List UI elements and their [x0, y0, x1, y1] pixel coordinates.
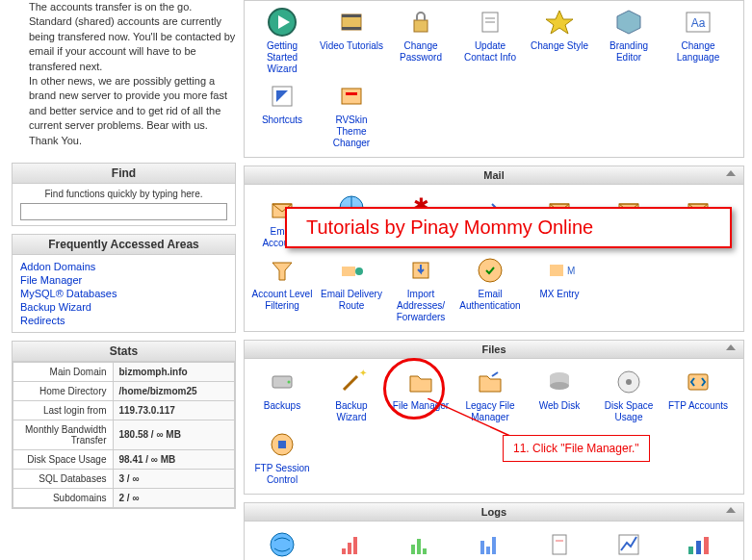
svg-text:Aa: Aa	[691, 16, 706, 30]
svg-rect-56	[492, 537, 496, 554]
svg-point-39	[550, 382, 569, 390]
mail-panel: Mail Email AccountsWebmail✱SpamAssassinF…	[244, 165, 744, 332]
shortcuts-label: Shortcuts	[250, 115, 314, 126]
faa-box: Frequently Accessed Areas Addon DomainsF…	[12, 234, 236, 333]
collapse-icon	[726, 170, 736, 176]
stats-key: Subdomains	[13, 488, 114, 507]
file-manager-label: File Manager	[389, 400, 453, 412]
svg-rect-44	[278, 441, 286, 448]
find-input[interactable]	[20, 203, 227, 220]
faa-header: Frequently Accessed Areas	[13, 235, 235, 255]
svg-rect-5	[414, 20, 428, 32]
stats-val: /home/bizmom25	[113, 381, 235, 400]
web-disk[interactable]: Web Disk	[526, 365, 593, 425]
svg-point-41	[626, 379, 632, 385]
change-style[interactable]: Change Style	[526, 5, 593, 77]
svg-rect-27	[342, 267, 355, 276]
svg-rect-31	[550, 265, 563, 276]
video-tutorials-label: Video Tutorials	[320, 40, 383, 52]
files-header[interactable]: Files	[245, 341, 743, 359]
svg-point-30	[479, 259, 502, 282]
stats-row: Last login from119.73.0.117	[13, 400, 235, 420]
file-manager[interactable]: File Manager	[387, 365, 454, 425]
shortcuts[interactable]: Shortcuts	[248, 79, 316, 151]
change-password-label: Change Password	[389, 40, 453, 64]
stats-row: Disk Space Usage98.41 / ∞ MB	[13, 449, 235, 469]
ftp-accounts-label: FTP Accounts	[666, 400, 730, 412]
ftp-accounts[interactable]: FTP Accounts	[664, 365, 732, 425]
collapse-icon	[726, 344, 736, 350]
email-authentication[interactable]: Email Authentication	[456, 253, 524, 325]
find-box: Find Find functions quickly by typing he…	[12, 163, 236, 226]
faa-link[interactable]: MySQL® Databases	[20, 287, 227, 300]
find-header: Find	[13, 164, 235, 184]
faa-link[interactable]: Addon Domains	[20, 260, 227, 273]
legacy-file-manager[interactable]: Legacy File Manager	[456, 365, 524, 425]
stats-key: SQL Databases	[13, 469, 114, 488]
ftp-session-control-label: FTP Session Control	[250, 463, 314, 486]
stats-row: SQL Databases3 / ∞	[13, 469, 235, 488]
stats-val: 180.58 / ∞ MB	[113, 420, 235, 449]
faa-link[interactable]: Backup Wizard	[20, 300, 227, 314]
svg-rect-50	[353, 537, 357, 554]
svg-marker-9	[546, 11, 573, 34]
ftp-session-control[interactable]: FTP Session Control	[248, 427, 316, 488]
account-level-filtering-label: Account Level Filtering	[250, 289, 314, 312]
log5[interactable]	[526, 527, 593, 560]
legacy-file-manager-label: Legacy File Manager	[458, 400, 522, 423]
web-disk-label: Web Disk	[528, 400, 591, 412]
stats-row: Home Directory/home/bizmom25	[13, 381, 235, 400]
faa-link[interactable]: File Manager	[20, 273, 227, 287]
log3[interactable]	[387, 527, 454, 560]
stats-val: 119.73.0.117	[113, 400, 235, 420]
svg-rect-62	[704, 537, 709, 554]
svg-point-34	[288, 381, 291, 384]
svg-rect-4	[342, 27, 361, 30]
getting-started-wizard[interactable]: Getting Started Wizard	[248, 5, 316, 77]
svg-rect-48	[342, 548, 346, 554]
backups-label: Backups	[250, 400, 314, 412]
update-contact-info[interactable]: Update Contact Info	[456, 5, 524, 77]
log4[interactable]	[456, 527, 524, 560]
email-authentication-label: Email Authentication	[458, 289, 522, 312]
svg-rect-3	[342, 14, 361, 17]
log1[interactable]	[248, 527, 316, 560]
log2[interactable]	[318, 527, 385, 560]
stats-val: 2 / ∞	[113, 488, 235, 507]
svg-marker-10	[617, 11, 640, 34]
change-password[interactable]: Change Password	[387, 5, 454, 77]
log6[interactable]	[595, 527, 662, 560]
log7[interactable]	[664, 527, 732, 560]
stats-val: 98.41 / ∞ MB	[113, 449, 235, 469]
email-delivery-route[interactable]: Email Delivery Route	[318, 253, 385, 325]
account-level-filtering[interactable]: Account Level Filtering	[248, 253, 316, 325]
rvskin-theme-changer-label: RVSkin Theme Changer	[320, 115, 383, 149]
svg-point-47	[271, 533, 294, 556]
faa-link[interactable]: Redirects	[20, 314, 227, 327]
video-tutorials[interactable]: Video Tutorials	[318, 5, 385, 77]
svg-rect-60	[688, 547, 693, 554]
stats-key: Main Domain	[13, 362, 114, 381]
disk-space-usage-label: Disk Space Usage	[597, 400, 661, 423]
files-panel: Files Backups✦Backup WizardFile ManagerL…	[244, 340, 744, 495]
rvskin-theme-changer[interactable]: RVSkin Theme Changer	[318, 79, 385, 151]
svg-rect-16	[346, 92, 357, 95]
svg-rect-54	[480, 541, 484, 554]
change-language[interactable]: AaChange Language	[664, 5, 732, 77]
import-addresses[interactable]: Import Addresses/ Forwarders	[387, 253, 454, 325]
change-language-label: Change Language	[666, 40, 730, 64]
stats-box: Stats Main Domainbizmomph.infoHome Direc…	[12, 341, 236, 509]
import-addresses-label: Import Addresses/ Forwarders	[389, 289, 453, 323]
svg-rect-51	[411, 545, 415, 554]
svg-rect-49	[348, 543, 351, 554]
update-contact-info-label: Update Contact Info	[458, 40, 522, 64]
logs-header[interactable]: Logs	[245, 503, 743, 522]
mail-header[interactable]: Mail	[245, 166, 743, 185]
collapse-icon	[726, 507, 736, 513]
change-style-label: Change Style	[528, 40, 591, 52]
mx-entry[interactable]: MXMX Entry	[526, 253, 593, 325]
branding-editor[interactable]: Branding Editor	[595, 5, 662, 77]
backup-wizard[interactable]: ✦Backup Wizard	[318, 365, 385, 425]
disk-space-usage[interactable]: Disk Space Usage	[595, 365, 662, 425]
backups[interactable]: Backups	[248, 365, 316, 425]
